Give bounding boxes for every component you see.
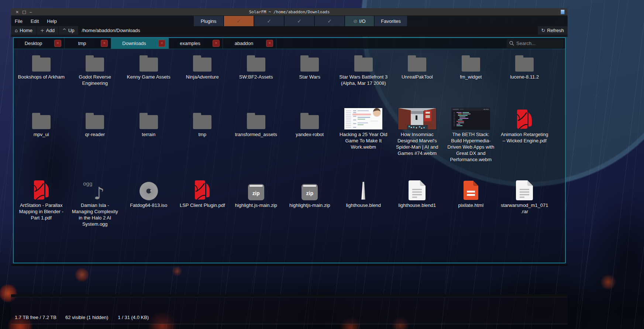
html-icon: [464, 181, 478, 200]
action-button-1[interactable]: ✓: [224, 16, 254, 26]
status-separator: [11, 294, 568, 297]
file-item[interactable]: zip highlight.js-main.zip: [229, 178, 283, 227]
menu-help[interactable]: Help: [47, 18, 57, 24]
folder-icon: [354, 58, 373, 72]
file-name: terrain: [142, 131, 155, 138]
file-item[interactable]: ArtStation - Parallax Mapping in Blender…: [14, 178, 68, 227]
file-item[interactable]: UnrealPakTool: [390, 54, 444, 86]
file-name: SW:BF2-Assets: [239, 74, 273, 80]
document-icon: [409, 180, 426, 200]
action-button-4[interactable]: ✓: [315, 16, 344, 26]
folder-icon: [300, 58, 319, 72]
file-name: LSP Client Plugin.pdf: [180, 202, 225, 208]
file-item[interactable]: Animation Retargeting – Wicked Engine.pd…: [498, 107, 552, 163]
tab-downloads[interactable]: Downloads ×: [111, 38, 169, 49]
file-name: qr-reader: [85, 131, 105, 138]
refresh-button[interactable]: ↻ Refresh: [537, 26, 568, 35]
file-name: lucene-8.11.2: [510, 74, 539, 80]
file-name: How Insomniac Designed Marvel's Spider-M…: [393, 131, 441, 156]
toolbar: ⌂ Home + Add ^ Up /home/abaddon/Download…: [11, 26, 568, 37]
file-item[interactable]: Hacking a 25 Year Old Game To Make It Wo…: [337, 107, 390, 163]
file-name: Bookshops of Arkham: [18, 74, 65, 80]
file-name: Godot Reverse Engineering: [70, 74, 119, 86]
close-icon[interactable]: ×: [54, 40, 61, 47]
file-name: Damian Isla - Managing Complexity in the…: [70, 202, 119, 227]
file-item[interactable]: zip highlightjs-main.zip: [283, 178, 337, 227]
check-icon: ✓: [297, 18, 302, 24]
search-icon: [509, 41, 514, 46]
tab-tmp[interactable]: tmp ×: [65, 38, 111, 49]
file-item[interactable]: Bookshops of Arkham: [14, 54, 68, 86]
file-item[interactable]: mpv_ui: [14, 107, 68, 163]
check-icon: ✓: [267, 18, 271, 24]
file-name: UnrealPakTool: [402, 74, 433, 80]
folder-icon: [300, 115, 319, 129]
folder-icon: [193, 58, 211, 72]
file-item[interactable]: NinjaAdventure: [176, 54, 230, 86]
search-input[interactable]: [516, 41, 557, 46]
file-item[interactable]: Star Wars Battlefront 3 (Alpha, Mar 17 2…: [337, 54, 390, 86]
notification-icon[interactable]: [561, 10, 565, 14]
file-name: lighthouse.blend: [346, 202, 381, 208]
file-item[interactable]: tmp: [176, 107, 230, 163]
file-name: ArtStation - Parallax Mapping in Blender…: [17, 202, 66, 221]
file-item[interactable]: qr-reader: [68, 107, 122, 163]
file-name: yandex-robot: [296, 131, 324, 138]
window-title: SolarFM ~ /home/abaddon/Downloads: [11, 10, 568, 14]
search-field[interactable]: [507, 39, 564, 48]
favorites-button[interactable]: Favorites: [375, 16, 407, 26]
file-item[interactable]: pixilate.html: [444, 178, 498, 227]
tab-abaddon[interactable]: abaddon ×: [223, 38, 276, 49]
file-item[interactable]: lighthouse.blend: [337, 178, 390, 227]
file-item[interactable]: lighthouse.blend1: [390, 178, 444, 227]
file-name: NinjaAdventure: [186, 74, 219, 80]
file-name: pixilate.html: [458, 202, 483, 208]
file-name: highlightjs-main.zip: [289, 202, 330, 208]
file-item[interactable]: SW:BF2-Assets: [229, 54, 283, 86]
folder-icon: [193, 115, 211, 129]
action-button-2[interactable]: ✓: [254, 16, 284, 26]
close-icon[interactable]: ×: [266, 40, 273, 47]
solarfm-window: × □ ‒ SolarFM ~ /home/abaddon/Downloads …: [11, 8, 568, 329]
file-item[interactable]: terrain: [122, 107, 176, 163]
folder-icon: [86, 58, 104, 72]
tab-examples[interactable]: examples ×: [169, 38, 223, 49]
file-item[interactable]: How Insomniac Designed Marvel's Spider-M…: [390, 107, 444, 163]
file-item[interactable]: starwarsmod_m1_071.rar: [498, 178, 552, 227]
horizontal-scrollbar[interactable]: [11, 264, 568, 266]
file-item[interactable]: yandex-robot: [283, 107, 337, 163]
close-icon[interactable]: ×: [158, 40, 165, 47]
refresh-icon: ↻: [541, 28, 545, 33]
pdf-icon: [195, 180, 210, 200]
file-name: highlight.js-main.zip: [235, 202, 277, 208]
io-button[interactable]: ⊘ I/O: [345, 16, 374, 26]
up-button[interactable]: ^ Up: [59, 26, 79, 35]
close-icon[interactable]: ×: [213, 40, 220, 47]
file-item[interactable]: Godot Reverse Engineering: [68, 54, 122, 86]
file-item[interactable]: transformed_assets: [229, 107, 283, 163]
file-name: Star Wars: [299, 74, 320, 80]
add-tab-button[interactable]: + Add: [37, 26, 59, 35]
menu-edit[interactable]: Edit: [31, 18, 39, 24]
file-name: Animation Retargeting – Wicked Engine.pd…: [500, 131, 549, 144]
action-button-3[interactable]: ✓: [285, 16, 314, 26]
file-item[interactable]: The BETH Stack: Build Hypermedia-Driven …: [444, 107, 498, 163]
menubar: File Edit Help Plugins ✓ ✓ ✓ ✓ ⊘ I/O: [11, 16, 568, 26]
file-item[interactable]: fm_widget: [444, 54, 498, 86]
tab-desktop[interactable]: Desktop ×: [14, 38, 65, 49]
file-name: transformed_assets: [235, 131, 277, 138]
file-item[interactable]: ogg ♪ Damian Isla - Managing Complexity …: [68, 178, 122, 227]
plugins-button[interactable]: Plugins: [194, 16, 223, 26]
path-input[interactable]: /home/abaddon/Downloads: [79, 26, 537, 35]
close-icon[interactable]: ×: [101, 40, 108, 47]
file-item[interactable]: LSP Client Plugin.pdf: [176, 178, 230, 227]
plus-icon: +: [40, 28, 44, 33]
file-name: Kenny Game Assets: [127, 74, 171, 80]
home-button[interactable]: ⌂ Home: [11, 26, 37, 35]
file-item[interactable]: Fatdog64-813.iso: [122, 178, 176, 227]
menu-file[interactable]: File: [15, 18, 23, 24]
folder-icon: [515, 58, 534, 72]
file-item[interactable]: lucene-8.11.2: [498, 54, 552, 86]
file-item[interactable]: Star Wars: [283, 54, 337, 86]
file-item[interactable]: Kenny Game Assets: [122, 54, 176, 86]
